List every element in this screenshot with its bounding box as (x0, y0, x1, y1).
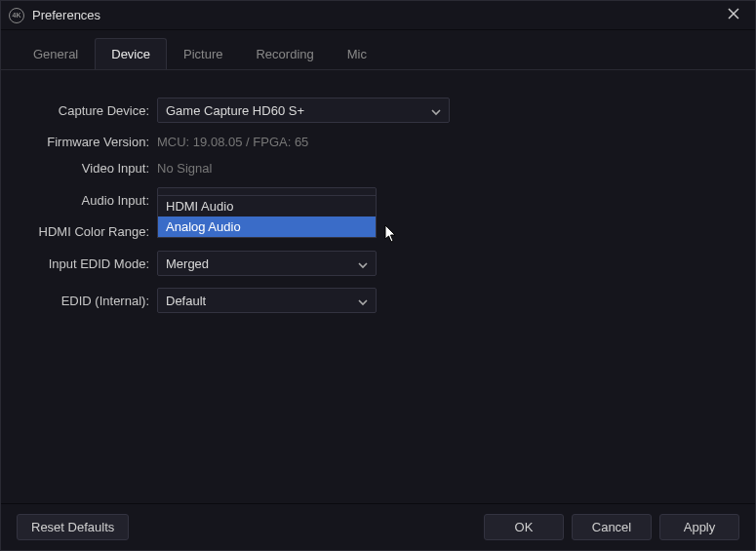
tab-picture[interactable]: Picture (167, 38, 239, 69)
edid-internal-select[interactable]: Default (157, 288, 377, 313)
input-edid-mode-select[interactable]: Merged (157, 251, 377, 276)
close-icon (728, 8, 739, 22)
input-edid-mode-value: Merged (166, 256, 209, 271)
tab-device[interactable]: Device (95, 38, 167, 69)
reset-defaults-button[interactable]: Reset Defaults (17, 514, 129, 540)
apply-button[interactable]: Apply (659, 514, 739, 540)
content-area: Capture Device: Game Capture HD60 S+ Fir… (1, 70, 755, 503)
capture-device-label: Capture Device: (20, 103, 157, 118)
firmware-version-label: Firmware Version: (20, 135, 157, 149)
tab-mic[interactable]: Mic (331, 38, 383, 69)
chevron-down-icon (358, 295, 368, 305)
app-icon: 4K (9, 8, 24, 23)
edid-internal-label: EDID (Internal): (20, 294, 157, 308)
firmware-version-value: MCU: 19.08.05 / FPGA: 65 (157, 135, 308, 149)
audio-option-analog[interactable]: Analog Audio (158, 216, 376, 237)
audio-input-label: Audio Input: (20, 193, 157, 208)
tab-general[interactable]: General (17, 38, 95, 69)
hdmi-color-range-label: HDMI Color Range: (20, 224, 157, 239)
window-title: Preferences (32, 8, 100, 22)
edid-internal-value: Default (166, 294, 206, 308)
capture-device-value: Game Capture HD60 S+ (166, 103, 304, 118)
titlebar: 4K Preferences (1, 1, 755, 30)
ok-button[interactable]: OK (484, 514, 564, 540)
capture-device-select[interactable]: Game Capture HD60 S+ (157, 98, 450, 123)
video-input-value: No Signal (157, 161, 212, 176)
audio-input-dropdown: HDMI Audio Analog Audio (157, 195, 377, 238)
video-input-label: Video Input: (20, 161, 157, 176)
tabbar: General Device Picture Recording Mic (1, 30, 755, 70)
cancel-button[interactable]: Cancel (572, 514, 652, 540)
chevron-down-icon (431, 105, 441, 115)
input-edid-mode-label: Input EDID Mode: (20, 256, 157, 271)
footer: Reset Defaults OK Cancel Apply (1, 503, 755, 550)
close-button[interactable] (720, 2, 747, 29)
chevron-down-icon (358, 258, 368, 268)
tab-recording[interactable]: Recording (239, 38, 330, 69)
preferences-window: 4K Preferences General Device Picture Re… (0, 0, 756, 551)
audio-option-hdmi[interactable]: HDMI Audio (158, 196, 376, 216)
